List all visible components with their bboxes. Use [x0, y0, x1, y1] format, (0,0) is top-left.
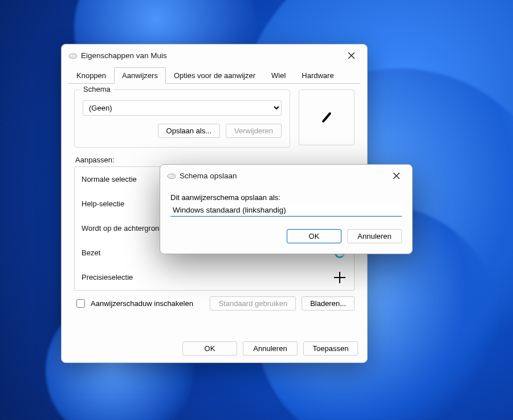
modal-close-button[interactable] [384, 167, 409, 184]
ok-button[interactable]: OK [182, 341, 237, 356]
pointer-shadow-label: Aanwijzerschaduw inschakelen [91, 299, 193, 308]
cancel-button[interactable]: Annuleren [243, 341, 298, 356]
apply-button[interactable]: Toepassen [303, 341, 358, 356]
list-item-label: Normale selectie [82, 175, 137, 184]
modal-cancel-button[interactable]: Annuleren [347, 229, 402, 243]
list-item[interactable]: Precisieselectie [75, 265, 354, 289]
modal-ok-button[interactable]: OK [287, 229, 341, 243]
delete-button: Verwijderen [226, 124, 282, 138]
tab-hardware[interactable]: Hardware [294, 67, 341, 84]
window-title: Eigenschappen van Muis [81, 51, 339, 60]
tab-buttons[interactable]: Knoppen [68, 67, 114, 84]
svg-point-1 [70, 55, 72, 56]
pointer-shadow-checkbox[interactable]: Aanwijzerschaduw inschakelen [74, 297, 193, 309]
mouse-icon [68, 52, 78, 59]
pointer-preview [299, 89, 355, 145]
customize-label: Aanpassen: [75, 156, 355, 164]
browse-button[interactable]: Bladeren... [302, 296, 355, 311]
close-icon [393, 173, 400, 179]
schema-legend: Schema [80, 85, 113, 93]
titlebar[interactable]: Eigenschappen van Muis [62, 44, 367, 66]
modal-title: Schema opslaan [180, 172, 384, 180]
mouse-icon [167, 173, 176, 179]
close-button[interactable] [339, 47, 364, 64]
modal-titlebar[interactable]: Schema opslaan [160, 165, 412, 186]
pointer-shadow-input[interactable] [76, 299, 85, 308]
tab-strip: Knoppen Aanwijzers Opties voor de aanwij… [62, 67, 367, 84]
save-as-button[interactable]: Opslaan als... [158, 124, 221, 138]
list-item-label: Help-selectie [82, 199, 124, 208]
svg-point-0 [69, 54, 77, 59]
tab-pointer-options[interactable]: Opties voor de aanwijzer [166, 67, 263, 84]
precision-cursor-icon [332, 270, 347, 285]
save-schema-dialog: Schema opslaan Dit aanwijzerschema opsla… [160, 164, 413, 254]
preview-cursor-icon [321, 112, 331, 123]
list-item-label: Bezet [82, 248, 100, 257]
svg-point-5 [169, 175, 171, 176]
close-icon [348, 52, 355, 59]
modal-prompt: Dit aanwijzerschema opslaan als: [170, 193, 402, 202]
schema-select[interactable]: (Geen) [83, 100, 282, 116]
schema-fieldset: Schema (Geen) Opslaan als... Verwijderen [74, 89, 290, 148]
schema-name-input[interactable] [170, 204, 402, 217]
use-defaults-button: Standaard gebruiken [210, 296, 296, 311]
dialog-button-row: OK Annuleren Toepassen [62, 335, 367, 362]
tab-wheel[interactable]: Wiel [263, 67, 294, 84]
list-item-label: Precisieselectie [82, 273, 133, 282]
tab-pointers[interactable]: Aanwijzers [114, 67, 166, 84]
svg-point-4 [168, 174, 176, 179]
desktop-background: Eigenschappen van Muis Knoppen Aanwijzer… [0, 0, 513, 420]
